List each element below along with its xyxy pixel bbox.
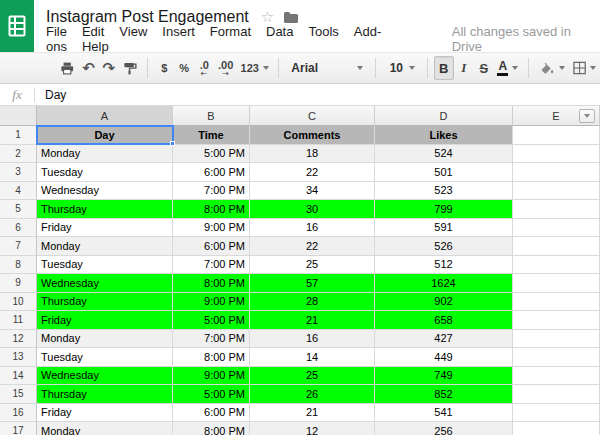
column-dropdown-button[interactable] bbox=[579, 109, 595, 123]
cell-D14[interactable]: 749 bbox=[375, 367, 513, 386]
menu-insert[interactable]: Insert bbox=[162, 24, 195, 39]
strikethrough-button[interactable]: S bbox=[474, 56, 494, 80]
cell-C6[interactable]: 16 bbox=[250, 219, 375, 238]
cell-E6[interactable] bbox=[513, 219, 600, 238]
text-color-button[interactable]: A bbox=[494, 56, 522, 80]
cell-D16[interactable]: 541 bbox=[375, 404, 513, 423]
cell-D10[interactable]: 902 bbox=[375, 293, 513, 312]
cell-B4[interactable]: 7:00 PM bbox=[173, 182, 250, 201]
sheets-logo-icon[interactable] bbox=[0, 0, 34, 52]
cell-D4[interactable]: 523 bbox=[375, 182, 513, 201]
cell-C4[interactable]: 34 bbox=[250, 182, 375, 201]
cell-D12[interactable]: 427 bbox=[375, 330, 513, 349]
cell-E17[interactable] bbox=[513, 422, 600, 435]
menu-data[interactable]: Data bbox=[266, 24, 293, 39]
fill-color-button[interactable] bbox=[535, 56, 569, 80]
cell-A15[interactable]: Thursday bbox=[37, 385, 173, 404]
paint-format-button[interactable] bbox=[119, 56, 141, 80]
row-header-12[interactable]: 12 bbox=[0, 330, 37, 349]
cell-C8[interactable]: 25 bbox=[250, 256, 375, 275]
row-header-4[interactable]: 4 bbox=[0, 182, 37, 201]
row-header-10[interactable]: 10 bbox=[0, 293, 37, 312]
cell-C9[interactable]: 57 bbox=[250, 274, 375, 293]
cell-E16[interactable] bbox=[513, 404, 600, 423]
cell-A1[interactable]: Day bbox=[37, 126, 173, 145]
row-header-16[interactable]: 16 bbox=[0, 404, 37, 423]
cell-E15[interactable] bbox=[513, 385, 600, 404]
cell-B3[interactable]: 6:00 PM bbox=[173, 163, 250, 182]
cell-D1[interactable]: Likes bbox=[375, 126, 513, 145]
cell-A16[interactable]: Friday bbox=[37, 404, 173, 423]
row-header-1[interactable]: 1 bbox=[0, 126, 37, 145]
column-header-d[interactable]: D bbox=[375, 106, 513, 126]
cell-C10[interactable]: 28 bbox=[250, 293, 375, 312]
cell-C7[interactable]: 22 bbox=[250, 237, 375, 256]
cell-E10[interactable] bbox=[513, 293, 600, 312]
cell-C2[interactable]: 18 bbox=[250, 145, 375, 164]
redo-button[interactable]: ↷ bbox=[99, 56, 119, 80]
row-header-5[interactable]: 5 bbox=[0, 200, 37, 219]
cell-C16[interactable]: 21 bbox=[250, 404, 375, 423]
row-header-8[interactable]: 8 bbox=[0, 256, 37, 275]
cell-C13[interactable]: 14 bbox=[250, 348, 375, 367]
menu-help[interactable]: Help bbox=[82, 39, 109, 54]
row-header-2[interactable]: 2 bbox=[0, 145, 37, 164]
row-header-11[interactable]: 11 bbox=[0, 311, 37, 330]
currency-format-button[interactable]: $ bbox=[154, 56, 174, 80]
cell-B1[interactable]: Time bbox=[173, 126, 250, 145]
cell-E5[interactable] bbox=[513, 200, 600, 219]
select-all-corner[interactable] bbox=[0, 106, 37, 126]
cell-A4[interactable]: Wednesday bbox=[37, 182, 173, 201]
cell-D2[interactable]: 524 bbox=[375, 145, 513, 164]
percent-format-button[interactable]: % bbox=[174, 56, 194, 80]
increase-decimal-button[interactable]: .00 → bbox=[214, 56, 237, 80]
cell-C12[interactable]: 16 bbox=[250, 330, 375, 349]
cell-A12[interactable]: Monday bbox=[37, 330, 173, 349]
cell-A14[interactable]: Wednesday bbox=[37, 367, 173, 386]
cell-B14[interactable]: 9:00 PM bbox=[173, 367, 250, 386]
cell-A17[interactable]: Monday bbox=[37, 422, 173, 435]
cell-A13[interactable]: Tuesday bbox=[37, 348, 173, 367]
cell-C1[interactable]: Comments bbox=[250, 126, 375, 145]
cell-A8[interactable]: Tuesday bbox=[37, 256, 173, 275]
borders-button[interactable] bbox=[569, 56, 600, 80]
cell-A2[interactable]: Monday bbox=[37, 145, 173, 164]
row-header-7[interactable]: 7 bbox=[0, 237, 37, 256]
cell-B11[interactable]: 5:00 PM bbox=[173, 311, 250, 330]
decrease-decimal-button[interactable]: .0 ← bbox=[194, 56, 214, 80]
cell-B12[interactable]: 7:00 PM bbox=[173, 330, 250, 349]
cell-A7[interactable]: Monday bbox=[37, 237, 173, 256]
column-header-c[interactable]: C bbox=[250, 106, 375, 126]
cell-A11[interactable]: Friday bbox=[37, 311, 173, 330]
cell-D8[interactable]: 512 bbox=[375, 256, 513, 275]
cell-B17[interactable]: 8:00 PM bbox=[173, 422, 250, 435]
font-family-select[interactable]: Arial bbox=[285, 56, 368, 80]
cell-D3[interactable]: 501 bbox=[375, 163, 513, 182]
cell-D5[interactable]: 799 bbox=[375, 200, 513, 219]
print-button[interactable] bbox=[56, 56, 78, 80]
cell-B10[interactable]: 9:00 PM bbox=[173, 293, 250, 312]
cell-A10[interactable]: Thursday bbox=[37, 293, 173, 312]
menu-tools[interactable]: Tools bbox=[308, 24, 338, 39]
menu-format[interactable]: Format bbox=[210, 24, 251, 39]
cell-D11[interactable]: 658 bbox=[375, 311, 513, 330]
cell-E8[interactable] bbox=[513, 256, 600, 275]
cell-B15[interactable]: 5:00 PM bbox=[173, 385, 250, 404]
cell-B2[interactable]: 5:00 PM bbox=[173, 145, 250, 164]
cell-C14[interactable]: 25 bbox=[250, 367, 375, 386]
cell-A3[interactable]: Tuesday bbox=[37, 163, 173, 182]
cell-D13[interactable]: 449 bbox=[375, 348, 513, 367]
italic-button[interactable]: I bbox=[454, 56, 474, 80]
cell-A9[interactable]: Wednesday bbox=[37, 274, 173, 293]
row-header-14[interactable]: 14 bbox=[0, 367, 37, 386]
cell-E9[interactable] bbox=[513, 274, 600, 293]
bold-button[interactable]: B bbox=[434, 56, 454, 80]
menu-view[interactable]: View bbox=[119, 24, 147, 39]
cell-D7[interactable]: 526 bbox=[375, 237, 513, 256]
cell-C15[interactable]: 26 bbox=[250, 385, 375, 404]
folder-icon[interactable] bbox=[284, 12, 298, 23]
number-format-button[interactable]: 123 bbox=[237, 56, 272, 80]
cell-C17[interactable]: 12 bbox=[250, 422, 375, 435]
cell-E13[interactable] bbox=[513, 348, 600, 367]
cell-E3[interactable] bbox=[513, 163, 600, 182]
